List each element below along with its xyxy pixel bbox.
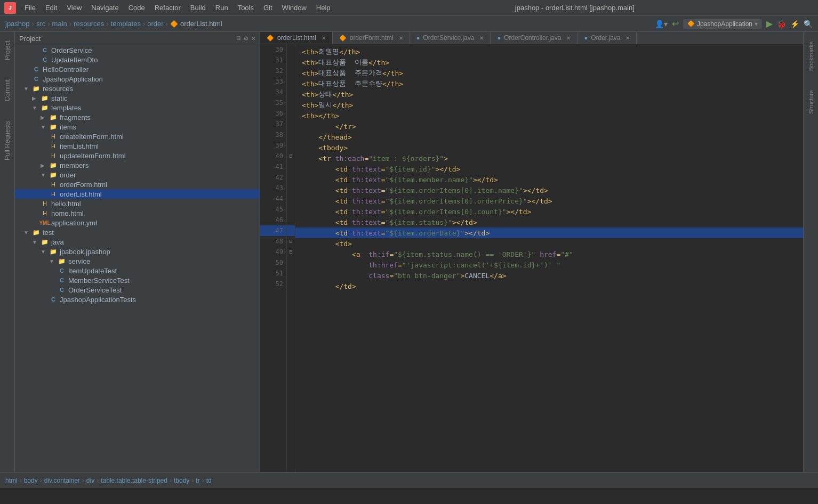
tree-item-java[interactable]: ▼ 📁 java bbox=[15, 237, 260, 247]
status-path-divcontainer[interactable]: div.container bbox=[44, 477, 80, 484]
sidebar-pullreq-icon[interactable]: Pull Requests bbox=[2, 117, 13, 165]
code-line-34: <th>상태</th> bbox=[295, 89, 803, 100]
collapse-all-icon[interactable]: ⊟ bbox=[237, 34, 241, 43]
tree-item-items[interactable]: ▼ 📁 items bbox=[15, 122, 260, 132]
structure-label[interactable]: Structure bbox=[806, 86, 816, 118]
tree-item-updateitemdto[interactable]: C UpdateItemDto bbox=[15, 55, 260, 64]
line-num-52: 52 bbox=[260, 279, 286, 289]
menu-navigate[interactable]: Navigate bbox=[87, 3, 123, 13]
tree-item-orderservice[interactable]: C OrderService bbox=[15, 45, 260, 55]
status-path-html[interactable]: html bbox=[5, 477, 18, 484]
tab-orderform-label: orderForm.html bbox=[350, 34, 394, 42]
status-path-div[interactable]: div bbox=[86, 477, 94, 484]
bc-order[interactable]: order bbox=[147, 20, 163, 28]
sidebar-commit-icon[interactable]: Commit bbox=[2, 75, 13, 105]
tab-orderservice[interactable]: ● OrderService.java ✕ bbox=[410, 32, 491, 44]
close-panel-icon[interactable]: ✕ bbox=[251, 34, 255, 43]
tree-item-updateitemform[interactable]: H updateItemForm.html bbox=[15, 151, 260, 160]
tree-item-resources[interactable]: ▼ 📁 resources bbox=[15, 84, 260, 93]
bookmarks-label[interactable]: Bookmarks bbox=[806, 37, 816, 75]
bc-main[interactable]: main bbox=[52, 20, 67, 28]
menu-edit[interactable]: Edit bbox=[41, 3, 61, 13]
run-config[interactable]: 🔶 JpashopApplication ▾ bbox=[683, 19, 762, 29]
code-line-42: <td th:text="${item.member.name}"></td> bbox=[295, 174, 803, 185]
sidebar-project-icon[interactable]: Project bbox=[2, 36, 13, 64]
code-content[interactable]: <th>회원명</th> <th>대표상품 이름</th> <th>대표상품 주… bbox=[295, 44, 803, 472]
tree-item-static[interactable]: ▶ 📁 static bbox=[15, 93, 260, 103]
fold-48[interactable]: ⊟ bbox=[287, 236, 295, 247]
bc-templates[interactable]: templates bbox=[111, 20, 141, 28]
line-num-42: 42 bbox=[260, 172, 286, 183]
user-icon[interactable]: 👤▾ bbox=[655, 20, 668, 28]
tree-item-test[interactable]: ▼ 📁 test bbox=[15, 227, 260, 237]
tab-orderlist-icon: 🔶 bbox=[267, 35, 274, 42]
bc-resources[interactable]: resources bbox=[74, 20, 104, 28]
bc-jpashop[interactable]: jpashop bbox=[5, 20, 30, 28]
menu-git[interactable]: Git bbox=[259, 3, 277, 13]
settings-icon[interactable]: ⚙ bbox=[244, 34, 248, 43]
status-path-tbody[interactable]: tbody bbox=[174, 477, 189, 484]
menu-view[interactable]: View bbox=[62, 3, 86, 13]
status-path-td[interactable]: td bbox=[206, 477, 212, 484]
search-icon[interactable]: 🔍 bbox=[804, 20, 813, 28]
fold-49[interactable]: ⊟ bbox=[287, 247, 295, 257]
menu-refactor[interactable]: Refactor bbox=[150, 3, 185, 13]
right-panel: Bookmarks Structure bbox=[803, 32, 818, 472]
tree-item-createitemform[interactable]: H createItemForm.html bbox=[15, 132, 260, 141]
tree-item-order-folder[interactable]: ▼ 📁 order bbox=[15, 170, 260, 180]
line-num-37: 37 bbox=[260, 119, 286, 129]
menu-tools[interactable]: Tools bbox=[234, 3, 258, 13]
tree-item-orderservicetest[interactable]: C OrderServiceTest bbox=[15, 285, 260, 295]
tree-item-orderform[interactable]: H orderForm.html bbox=[15, 180, 260, 189]
menu-file[interactable]: File bbox=[20, 3, 40, 13]
status-path-body[interactable]: body bbox=[24, 477, 38, 484]
tab-order-close[interactable]: ✕ bbox=[625, 35, 630, 41]
tree-item-members[interactable]: ▶ 📁 members bbox=[15, 160, 260, 170]
tab-ordercontroller[interactable]: ● OrderController.java ✕ bbox=[491, 32, 578, 44]
menu-run[interactable]: Run bbox=[211, 3, 232, 13]
fold-45 bbox=[287, 204, 295, 215]
tree-item-templates[interactable]: ▼ 📁 templates bbox=[15, 103, 260, 112]
tree-item-itemlist[interactable]: H itemList.html bbox=[15, 141, 260, 151]
tab-orderform-close[interactable]: ✕ bbox=[399, 35, 403, 41]
run-config-label: JpashopApplication bbox=[697, 20, 752, 28]
tree-item-service-folder[interactable]: ▼ 📁 service bbox=[15, 256, 260, 266]
status-path-tr[interactable]: tr bbox=[196, 477, 199, 484]
tree-item-hello[interactable]: H hello.html bbox=[15, 199, 260, 208]
tab-orderform[interactable]: 🔶 orderForm.html ✕ bbox=[333, 32, 410, 44]
play-icon[interactable]: ▶ bbox=[766, 19, 773, 29]
line-num-41: 41 bbox=[260, 161, 286, 172]
tree-item-application-yml[interactable]: YML application.yml bbox=[15, 218, 260, 227]
menu-help[interactable]: Help bbox=[312, 3, 335, 13]
tab-order[interactable]: ● Order.java ✕ bbox=[578, 32, 637, 44]
tree-item-fragments[interactable]: ▶ 📁 fragments bbox=[15, 112, 260, 122]
tree-item-jpabook[interactable]: ▼ 📁 jpabook.jpashop bbox=[15, 247, 260, 256]
run-coverage-icon[interactable]: ⚡ bbox=[790, 20, 799, 28]
fold-gutter: ⊟ ⊟ ⊟ bbox=[287, 44, 295, 472]
debug-icon[interactable]: 🐞 bbox=[777, 20, 786, 28]
tab-orderlist[interactable]: 🔶 orderList.html ✕ bbox=[260, 32, 333, 44]
menu-code[interactable]: Code bbox=[124, 3, 149, 13]
menu-build[interactable]: Build bbox=[186, 3, 210, 13]
code-line-40: <tr th:each="item : ${orders}"> bbox=[295, 153, 803, 164]
fold-40[interactable]: ⊟ bbox=[287, 151, 295, 161]
menu-window[interactable]: Window bbox=[278, 3, 311, 13]
code-line-50: th:href="'javascript:cancel('+${item.id}… bbox=[295, 259, 803, 270]
tree-item-memberservicetest[interactable]: C MemberServiceTest bbox=[15, 275, 260, 285]
tree-item-hellocontroller[interactable]: C HelloController bbox=[15, 64, 260, 74]
menu-bar: J File Edit View Navigate Code Refactor … bbox=[0, 0, 818, 16]
fold-30 bbox=[287, 44, 295, 55]
status-path-table[interactable]: table.table.table-striped bbox=[101, 477, 167, 484]
tab-orderservice-close[interactable]: ✕ bbox=[479, 35, 484, 41]
tab-orderlist-close[interactable]: ✕ bbox=[322, 35, 326, 41]
tree-item-jpashoapplitest[interactable]: C JpashopApplicationTests bbox=[15, 295, 260, 304]
fold-50 bbox=[287, 257, 295, 268]
tab-ordercontroller-close[interactable]: ✕ bbox=[566, 35, 571, 41]
file-tree-header: Project ⊟ ⚙ ✕ bbox=[15, 32, 260, 45]
tree-item-jpashopapp[interactable]: C JpashopApplication bbox=[15, 74, 260, 84]
arrow-back-icon[interactable]: ↩ bbox=[672, 19, 679, 29]
tree-item-itemupdatetest[interactable]: C ItemUpdateTest bbox=[15, 266, 260, 275]
tree-item-home[interactable]: H home.html bbox=[15, 208, 260, 218]
tree-item-orderlist[interactable]: H orderList.html bbox=[15, 189, 260, 199]
bc-src[interactable]: src bbox=[36, 20, 45, 28]
